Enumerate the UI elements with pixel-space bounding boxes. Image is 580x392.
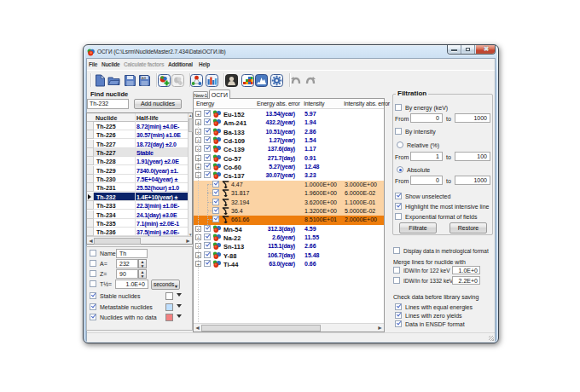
svg-text:AB: AB — [142, 76, 147, 80]
